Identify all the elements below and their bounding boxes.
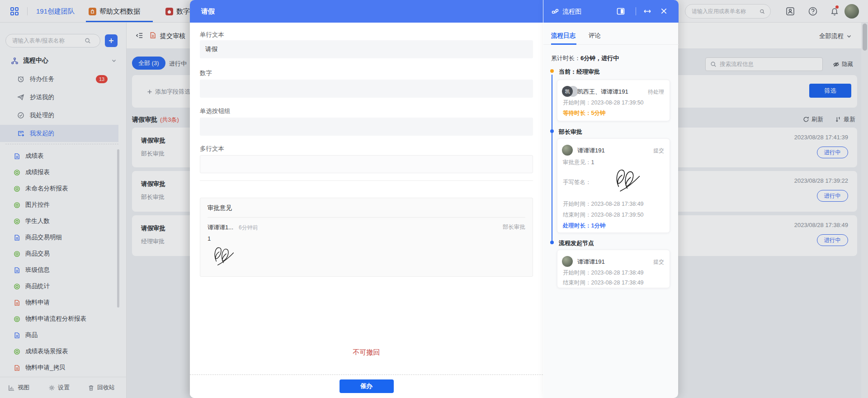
- assignee-names: 谭谭谭191: [577, 258, 605, 266]
- approval-comments-panel: 审批意见 谭谭谭1... 6分钟前 部长审批 1: [200, 198, 533, 277]
- signature-label: 手写签名：: [563, 179, 591, 186]
- expand-panel-icon[interactable]: [643, 7, 651, 15]
- comment-node: 部长审批: [503, 223, 525, 231]
- timeline-card-manager-approval: 凯 凯西王、谭谭谭191 待处理 开始时间：2023-08-28 17:39:5…: [557, 80, 670, 121]
- header-divider: [636, 7, 636, 15]
- handwritten-signature-image: [211, 242, 235, 270]
- timeline-node-title: 部长审批: [559, 128, 582, 136]
- node-status: 提交: [653, 258, 664, 266]
- start-time: 开始时间：2023-08-28 17:39:50: [563, 99, 644, 107]
- flow-chart-icon: [551, 7, 559, 15]
- total-duration: 累计时长：6分钟，进行中: [551, 54, 619, 62]
- timeline-rail: [552, 75, 552, 241]
- duration-value: 6分钟，进行中: [580, 55, 619, 62]
- comment-author: 谭谭谭1...: [208, 223, 233, 232]
- close-icon[interactable]: [660, 7, 668, 15]
- multiline-text-input[interactable]: [200, 155, 533, 173]
- panel-title: 流程图: [562, 8, 581, 16]
- timeline-node-title: 当前：经理审批: [559, 68, 600, 76]
- field-label-multiline-text: 多行文本: [200, 145, 224, 153]
- active-tab-underline: [551, 43, 576, 45]
- tab-comments[interactable]: 评论: [589, 32, 601, 40]
- timeline-card-minister-approval: 谭谭谭191 提交 审批意见：1 手写签名： 开始时间：2023-08-28 1…: [557, 138, 670, 233]
- duration-label: 累计时长：: [551, 55, 580, 62]
- radio-group-input[interactable]: [200, 118, 533, 136]
- node-status: 待处理: [648, 88, 664, 96]
- approval-opinion: 审批意见：1: [563, 159, 594, 166]
- urge-button[interactable]: 催办: [340, 379, 394, 393]
- panel-header: 流程图: [543, 0, 679, 23]
- app-root: 191创建团队 帮助文档数据 数字: [0, 0, 868, 398]
- end-time: 结束时间：2023-08-28 17:39:50: [563, 211, 644, 219]
- start-time: 开始时间：2023-08-28 17:38:49: [563, 269, 644, 277]
- comments-title: 审批意见: [208, 204, 232, 212]
- node-status: 提交: [653, 147, 664, 155]
- panel-layout-icon[interactable]: [617, 7, 625, 15]
- modal-footer: 催办: [190, 374, 543, 398]
- avatar: [562, 256, 573, 267]
- tab-flow-log[interactable]: 流程日志: [551, 32, 576, 40]
- timeline-card-start-node: 谭谭谭191 提交 开始时间：2023-08-28 17:38:49 结束时间：…: [557, 250, 670, 288]
- wait-duration: 等待时长：5分钟: [563, 109, 605, 117]
- timeline-dot-current: [550, 69, 554, 73]
- end-time: 结束时间：2023-08-28 17:38:49: [563, 279, 644, 287]
- comment-content: 1: [208, 235, 211, 242]
- avatar: 凯: [562, 86, 573, 97]
- handwritten-signature-image: [612, 166, 642, 193]
- single-text-input[interactable]: 请假: [200, 40, 533, 58]
- field-label-radio-group: 单选按钮组: [200, 107, 231, 115]
- timeline-dot: [550, 241, 554, 244]
- avatar: [562, 145, 573, 156]
- flow-chart-panel: 流程图 流程日志 评论 累计时长：6分钟，进行中 当前：经理审批: [543, 0, 678, 398]
- process-duration: 处理时长：1分钟: [563, 222, 605, 230]
- comments-divider: [208, 217, 525, 218]
- form-divider: [200, 180, 533, 181]
- start-time: 开始时间：2023-08-28 17:38:49: [563, 200, 644, 208]
- timeline-dot: [550, 129, 554, 133]
- modal-header: 请假: [190, 0, 543, 23]
- assignee-names: 谭谭谭191: [577, 147, 605, 155]
- assignee-names: 凯西王、谭谭谭191: [577, 88, 628, 96]
- timeline-node-title: 流程发起节点: [559, 239, 594, 247]
- field-label-number: 数字: [200, 69, 212, 77]
- cannot-withdraw-warning: 不可撤回: [190, 348, 543, 357]
- number-input[interactable]: [200, 80, 533, 98]
- modal-title: 请假: [201, 7, 215, 16]
- panel-body: 流程日志 评论 累计时长：6分钟，进行中 当前：经理审批 凯 凯西王、谭谭谭19…: [543, 23, 679, 398]
- leave-request-modal: 请假 单行文本 请假 数字 单选按钮组 多行文本 审批意见 谭谭谭1... 6分…: [190, 0, 543, 398]
- field-label-single-text: 单行文本: [200, 31, 224, 39]
- comment-time: 6分钟前: [239, 224, 258, 232]
